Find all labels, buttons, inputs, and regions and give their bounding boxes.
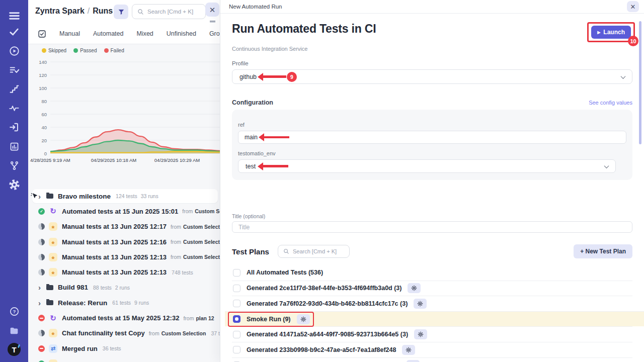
test-plan-gear-button[interactable] — [414, 299, 427, 309]
search-icon — [283, 248, 289, 254]
legend-dot — [104, 48, 109, 53]
automated-run-icon: ↻ — [49, 207, 57, 216]
run-group-row[interactable]: ›Release: Rerun61 tests9 runs — [28, 295, 220, 310]
y-tick: 40 — [28, 125, 47, 130]
y-tick: 20 — [28, 138, 47, 143]
x-tick: 04/29/2025 10:18 AM — [84, 157, 144, 163]
expand-chevron-icon[interactable]: › — [38, 283, 41, 292]
project-name[interactable]: Zyntra Spark — [35, 7, 85, 15]
tests-count: 124 tests — [116, 193, 137, 199]
suites-icon[interactable] — [0, 60, 28, 79]
test-plan-row[interactable]: Generated 41471a52-a644-49f7-9085-923713… — [232, 326, 632, 342]
expand-chevron-icon[interactable]: › — [38, 299, 41, 307]
docs-icon[interactable] — [0, 321, 28, 340]
test-plan-checkbox[interactable] — [233, 315, 240, 323]
run-group-title: Bravo milestone — [58, 193, 111, 200]
ref-value: main — [245, 134, 258, 141]
test-plan-core: Generated 41471a52-a644-49f7-9085-923713… — [228, 327, 431, 342]
test-plan-row[interactable]: Generated 233b0998-b9c2-47ae-a5cf-7ea1af… — [232, 342, 632, 357]
run-list-item[interactable]: ⇄Merged run36 tests — [28, 341, 220, 356]
from-source: Custom Selection — [183, 254, 220, 260]
configuration-box: ref main testomatio_env test — [232, 110, 632, 180]
test-plan-gear-button[interactable] — [408, 283, 421, 293]
new-test-plan-button[interactable]: + New Test Plan — [574, 244, 632, 258]
testomatio-env-select[interactable]: test — [238, 159, 616, 173]
settings-gear-icon[interactable] — [0, 175, 28, 194]
run-list-item[interactable]: *Manual tests at 13 Jun 2025 12:13fromCu… — [28, 249, 220, 264]
y-tick: 100 — [28, 85, 47, 91]
run-list-item[interactable]: *Chat functinality test CopyfromCustom S… — [28, 326, 220, 341]
select-all-runs-icon[interactable] — [38, 30, 46, 38]
from-label: from — [183, 315, 194, 321]
help-icon[interactable]: ? — [0, 302, 28, 321]
run-title: Merged run — [62, 345, 98, 352]
see-config-values-link[interactable]: See config values — [589, 100, 632, 106]
from-source: Custom Selection — [183, 224, 220, 230]
run-list-item[interactable]: ↻Automated tests at 15 May 2025 12:32fro… — [28, 310, 220, 325]
drawer-close-button[interactable]: ✕ — [627, 1, 639, 12]
tab-mixed[interactable]: Mixed — [136, 30, 153, 37]
test-plan-gear-button[interactable] — [402, 345, 415, 355]
import-icon[interactable] — [0, 118, 28, 137]
steps-icon[interactable] — [0, 79, 28, 99]
test-plan-gear-button[interactable] — [414, 329, 427, 339]
tests-count: 748 tests — [172, 269, 193, 276]
run-list-item[interactable]: *Manual tests at 13 Jun 2025 12:16fromCu… — [28, 234, 220, 249]
test-plan-checkbox[interactable] — [233, 285, 240, 292]
run-list-item[interactable]: ✓* — [28, 356, 220, 362]
branches-icon[interactable] — [0, 156, 28, 175]
test-plans-search-input[interactable]: Search [Cmd + K] — [278, 245, 350, 258]
pulse-icon[interactable] — [0, 99, 28, 118]
ref-input[interactable]: main — [238, 131, 626, 144]
test-plan-row[interactable]: All Automated Tests (536) — [232, 265, 632, 281]
scrollbar-thumb[interactable] — [639, 21, 641, 144]
manual-run-icon: * — [49, 359, 57, 362]
expand-chevron-icon[interactable]: › — [38, 192, 41, 201]
run-list-item[interactable]: *Manual tests at 13 Jun 2025 12:17fromCu… — [28, 219, 220, 234]
form-heading: Run Automated Tests in CI — [232, 22, 376, 36]
tab-groups[interactable]: Groups — [209, 30, 220, 37]
test-plan-row[interactable]: Generated 7a76f022-93d0-434b-b462-bb8114… — [232, 296, 632, 311]
analytics-icon[interactable] — [0, 137, 28, 156]
test-plan-gear-button[interactable] — [407, 360, 420, 362]
test-plan-row[interactable]: Generated a4d690b7-8889-4ae1-92aa-0c3001… — [232, 357, 632, 362]
test-plans-heading: Test Plans — [232, 247, 269, 256]
run-list-item[interactable]: ✓↻Automated tests at 15 Jun 2025 15:01fr… — [28, 204, 220, 219]
test-plan-row[interactable]: Smoke Run (9) — [225, 311, 644, 327]
from-label: from — [182, 208, 193, 214]
run-list-item[interactable]: *Manual tests at 13 Jun 2025 12:13748 te… — [28, 264, 220, 280]
runs-icon[interactable] — [0, 41, 28, 60]
test-plan-gear-button[interactable] — [297, 314, 310, 324]
filter-button[interactable] — [114, 5, 128, 19]
test-plan-checkbox[interactable] — [233, 346, 240, 353]
test-plan-checkbox[interactable] — [233, 331, 240, 338]
testomatio-env-value: test — [246, 163, 256, 170]
launch-button[interactable]: ▶ Launch — [591, 26, 631, 39]
launch-annotation-box: ▶ Launch 10 — [587, 22, 635, 42]
tab-unfinished[interactable]: Unfinished — [167, 30, 196, 37]
profile-select[interactable]: github 9 — [232, 69, 632, 84]
profile-value: github — [239, 73, 257, 80]
chevron-down-icon — [604, 163, 609, 168]
run-group-row[interactable]: ›Bravo milestone124 tests33 runs — [28, 189, 220, 204]
logo-testomatio[interactable]: T — [0, 340, 28, 359]
y-tick: 60 — [28, 112, 47, 117]
annotation-badge-9: 9 — [287, 72, 297, 82]
title-input[interactable]: Title — [232, 221, 632, 233]
tab-manual[interactable]: Manual — [59, 30, 80, 37]
runs-search-input[interactable]: Search [Cmd + K] — [132, 4, 206, 19]
manual-run-icon: * — [49, 253, 57, 261]
merged-run-icon: ⇄ — [49, 344, 57, 353]
run-group-row[interactable]: ›Build 98188 tests2 runs — [28, 280, 220, 295]
panel-close-button[interactable]: ✕ — [205, 3, 219, 17]
status-running-icon — [38, 254, 45, 260]
runs-count: 33 runs — [141, 193, 158, 199]
checks-icon[interactable] — [0, 22, 28, 41]
run-title: Manual tests at 13 Jun 2025 12:13 — [62, 253, 167, 261]
test-plan-checkbox[interactable] — [233, 269, 240, 277]
test-plan-checkbox[interactable] — [233, 300, 240, 307]
test-plan-core: Generated 233b0998-b9c2-47ae-a5cf-7ea1af… — [228, 342, 419, 357]
test-plan-row[interactable]: Generated 2ce11f7d-38ef-44fe-b353-4f694f… — [232, 281, 632, 296]
tab-automated[interactable]: Automated — [93, 30, 123, 37]
search-icon — [137, 9, 144, 15]
